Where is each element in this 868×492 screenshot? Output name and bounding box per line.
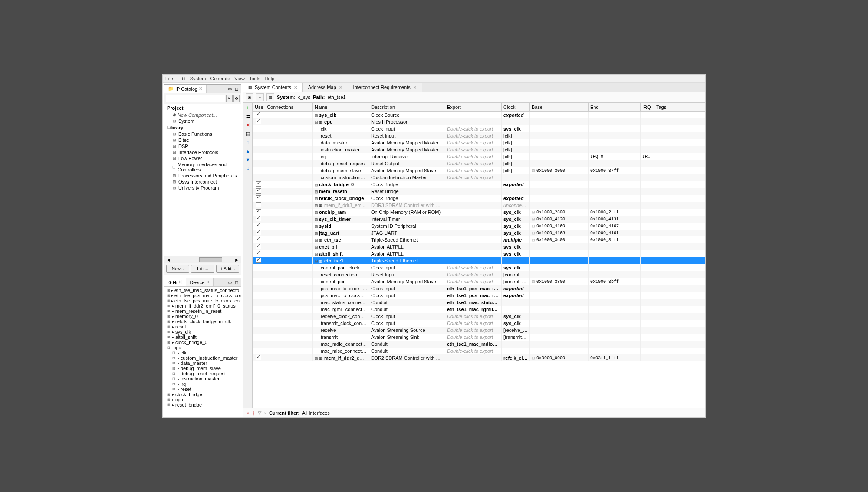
use-checkbox[interactable] — [256, 230, 261, 235]
row-export[interactable] — [445, 236, 502, 243]
table-row[interactable]: transmitAvalon Streaming SinkDouble-clic… — [253, 334, 705, 341]
row-clock[interactable] — [502, 341, 530, 348]
table-row[interactable]: ⊟▦ cpuNios II Processor — [253, 118, 705, 125]
row-base[interactable] — [530, 348, 589, 354]
clear-search-button[interactable]: ✕ — [226, 95, 233, 102]
table-row[interactable]: ⊞clock_bridge_0Clock Bridgeexported — [253, 181, 705, 188]
row-export[interactable] — [445, 202, 502, 209]
row-clock[interactable]: sys_clk — [502, 264, 530, 271]
hierarchy-item[interactable]: ⊞▸clk — [165, 350, 240, 355]
row-clock[interactable]: [receive_clo... — [502, 327, 530, 334]
delete-tool-icon[interactable]: ✕ — [244, 121, 252, 129]
table-row[interactable]: pcs_mac_tx_clock_co...Clock Inputeth_tse… — [253, 285, 705, 292]
table-row[interactable]: ⊞altpll_shiftAvalon ALTPLLsys_clk — [253, 250, 705, 257]
table-row[interactable]: clkClock InputDouble-click to exportsys_… — [253, 125, 705, 132]
row-base[interactable] — [530, 112, 589, 119]
restore-icon[interactable]: ▭ — [227, 86, 233, 92]
row-clock[interactable]: sys_clk — [502, 243, 530, 250]
maximize-icon[interactable]: ◻ — [233, 279, 240, 285]
expand-icon[interactable]: ⊞ — [315, 210, 319, 215]
move-up-icon[interactable]: ▲ — [244, 147, 252, 155]
row-base[interactable] — [530, 202, 589, 209]
use-checkbox[interactable] — [256, 119, 261, 124]
row-clock[interactable]: multiple — [502, 236, 530, 243]
table-row[interactable]: ⊞▦ mem_if_ddr3_em...DDR3 SDRAM Controlle… — [253, 202, 705, 209]
table-row[interactable]: ⊞mem_resetnReset Bridge — [253, 188, 705, 195]
system-item[interactable]: ⊞ System — [165, 118, 240, 124]
expand-icon[interactable]: ⊞ — [315, 183, 319, 187]
row-export[interactable]: Double-click to export — [445, 278, 502, 285]
connections-cell[interactable] — [265, 125, 313, 132]
table-row[interactable]: debug_mem_slaveAvalon Memory Mapped Slav… — [253, 167, 705, 174]
expand-icon[interactable]: ⊞ — [167, 330, 171, 334]
row-clock[interactable]: [clk] — [502, 167, 530, 174]
connections-cell[interactable] — [265, 264, 313, 271]
filter-clear-icon[interactable]: ▿ — [264, 410, 266, 416]
column-clock[interactable]: Clock — [502, 103, 530, 112]
settings-button[interactable]: ⚙ — [233, 95, 240, 102]
row-base[interactable]: ⊟0x1000_4120 — [530, 216, 589, 223]
expand-icon[interactable]: ⊞ — [172, 382, 176, 386]
row-export[interactable]: Double-click to export — [445, 139, 502, 146]
row-clock[interactable]: exported — [502, 285, 530, 292]
hierarchy-item[interactable]: ⊞▸debug_reset_request — [165, 371, 240, 376]
row-base[interactable] — [530, 285, 589, 292]
row-export[interactable]: Double-click to export — [445, 153, 502, 160]
close-icon[interactable]: ✕ — [206, 279, 210, 285]
row-export[interactable] — [445, 118, 502, 125]
table-row[interactable]: data_masterAvalon Memory Mapped MasterDo… — [253, 139, 705, 146]
row-export[interactable]: Double-click to export — [445, 264, 502, 271]
row-export[interactable]: eth_tse1_mac_mdio_co... — [445, 341, 502, 348]
connections-cell[interactable] — [265, 118, 313, 125]
use-checkbox[interactable] — [256, 223, 261, 228]
expand-icon[interactable]: ⊞ — [167, 398, 171, 402]
system-table-container[interactable]: UseConnectionsNameDescriptionExportClock… — [253, 103, 705, 408]
table-row[interactable]: ⊞▦ eth_tseTriple-Speed Ethernetmultiple⊟… — [253, 236, 705, 243]
hierarchy-item[interactable]: ⊞▸eth_tse_pcs_mac_rx_clock_cor — [165, 293, 240, 298]
use-checkbox[interactable] — [256, 112, 261, 117]
row-base[interactable] — [530, 327, 589, 334]
connections-cell[interactable] — [265, 299, 313, 306]
row-base[interactable] — [530, 306, 589, 313]
scroll-thumb[interactable] — [199, 257, 222, 262]
row-clock[interactable] — [502, 348, 530, 354]
connections-cell[interactable] — [265, 243, 313, 250]
hierarchy-item[interactable]: ⊞▸mem_if_ddr2_emif_0_status — [165, 303, 240, 308]
expand-icon[interactable]: ⊞ — [315, 238, 319, 243]
row-base[interactable] — [530, 257, 589, 264]
row-clock[interactable] — [502, 306, 530, 313]
hierarchy-item[interactable]: ⊞▸mem_resetn_in_reset — [165, 308, 240, 314]
row-clock[interactable]: sys_clk — [502, 223, 530, 230]
expand-icon[interactable]: ⊞ — [315, 203, 319, 208]
table-row[interactable]: ⊞sysidSystem ID Peripheralsys_clk⊟0x1000… — [253, 223, 705, 230]
library-item[interactable]: ⊞University Program — [165, 185, 240, 191]
connections-cell[interactable] — [265, 181, 313, 188]
expand-icon[interactable]: ⊞ — [172, 387, 176, 391]
connections-cell[interactable] — [265, 153, 313, 160]
connections-cell[interactable] — [265, 354, 313, 361]
ip-catalog-tab[interactable]: 📁 IP Catalog ✕ — [164, 85, 207, 93]
table-row[interactable]: irqInterrupt ReceiverDouble-click to exp… — [253, 153, 705, 160]
connections-cell[interactable] — [265, 285, 313, 292]
row-clock[interactable]: [control_por... — [502, 278, 530, 285]
row-clock[interactable]: [clk] — [502, 153, 530, 160]
connections-cell[interactable] — [265, 167, 313, 174]
funnel-icon[interactable]: ▽ — [258, 410, 261, 416]
row-export[interactable] — [445, 188, 502, 195]
row-export[interactable] — [445, 257, 502, 264]
connections-cell[interactable] — [265, 146, 313, 153]
hierarchy-item[interactable]: ⊞▸sys_clk — [165, 329, 240, 335]
row-base[interactable] — [530, 181, 589, 188]
hierarchy-item[interactable]: ⊞▸eth_tse_mac_status_connecto — [165, 288, 240, 293]
expand-icon[interactable]: ⊞ — [172, 377, 176, 381]
hierarchy-item[interactable]: ⊞▸instruction_master — [165, 376, 240, 381]
row-export[interactable]: Double-click to export — [445, 125, 502, 132]
connections-cell[interactable] — [265, 257, 313, 264]
use-checkbox[interactable] — [256, 195, 261, 200]
table-row[interactable]: ⊞▦ mem_if_ddr2_em...DDR2 SDRAM Controlle… — [253, 354, 705, 361]
hierarchy-tree[interactable]: ⊞▸eth_tse_mac_status_connecto⊞▸eth_tse_p… — [164, 287, 241, 416]
row-clock[interactable] — [502, 118, 530, 125]
row-clock[interactable]: [transmit_cl... — [502, 334, 530, 341]
hierarchy-item[interactable]: ⊟cpu — [165, 345, 240, 350]
table-row[interactable]: resetReset InputDouble-click to export[c… — [253, 132, 705, 139]
